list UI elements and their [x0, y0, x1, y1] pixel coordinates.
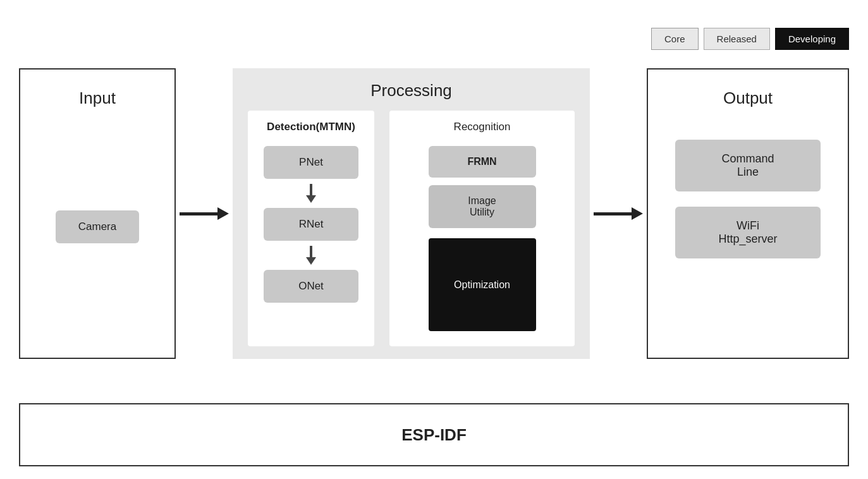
esp-idf-title: ESP-IDF [401, 425, 467, 445]
arrow-line [310, 246, 312, 257]
arrow-shape [180, 207, 229, 220]
detection-title: Detection(MTMN) [267, 121, 355, 133]
esp-idf-box: ESP-IDF [19, 403, 849, 466]
legend-released-label: Released [717, 33, 757, 44]
rnet-button[interactable]: RNet [264, 208, 358, 241]
recognition-title: Recognition [454, 121, 511, 133]
arrow-input-to-processing [176, 68, 233, 359]
legend-core-label: Core [664, 33, 685, 44]
output-title: Output [723, 88, 773, 108]
arrow-processing-to-output [590, 68, 647, 359]
arrow-line [180, 212, 217, 215]
arrow-line [594, 212, 632, 215]
wifi-http-label: WiFi Http_server [718, 219, 777, 245]
image-utility-label: Image Utility [468, 195, 496, 217]
arrow-head [632, 207, 643, 220]
legend: Core Released Developing [651, 28, 849, 50]
arrow-head [306, 195, 316, 203]
arrow-head [306, 257, 316, 265]
command-line-button[interactable]: Command Line [675, 140, 821, 191]
arrow-head [217, 207, 229, 220]
processing-title: Processing [248, 81, 575, 100]
image-utility-button[interactable]: Image Utility [429, 185, 536, 228]
processing-inner: Detection(MTMN) PNet RNet ONet Recogniti… [248, 111, 575, 346]
onet-button[interactable]: ONet [264, 270, 358, 303]
arrow-line [310, 184, 312, 195]
recognition-box: Recognition FRMN Image Utility Optimizat… [389, 111, 575, 346]
legend-core-badge: Core [651, 28, 699, 50]
pnet-to-rnet-arrow [306, 184, 316, 203]
detection-box: Detection(MTMN) PNet RNet ONet [248, 111, 374, 346]
legend-developing-badge: Developing [775, 28, 849, 50]
arrow-shape [594, 207, 643, 220]
input-box: Input Camera [19, 68, 176, 359]
input-title: Input [79, 88, 116, 108]
command-line-label: Command Line [721, 152, 774, 178]
processing-box: Processing Detection(MTMN) PNet RNet ONe… [233, 68, 590, 359]
frmn-button[interactable]: FRMN [429, 146, 536, 178]
pnet-button[interactable]: PNet [264, 146, 358, 179]
legend-developing-label: Developing [788, 33, 836, 44]
camera-button[interactable]: Camera [56, 210, 139, 243]
rnet-to-onet-arrow [306, 246, 316, 265]
legend-released-badge: Released [704, 28, 770, 50]
wifi-http-button[interactable]: WiFi Http_server [675, 207, 821, 258]
optimization-button[interactable]: Optimization [429, 238, 536, 331]
main-diagram: Input Camera Processing Detection(MTMN) … [19, 68, 849, 359]
output-box: Output Command Line WiFi Http_server [647, 68, 849, 359]
